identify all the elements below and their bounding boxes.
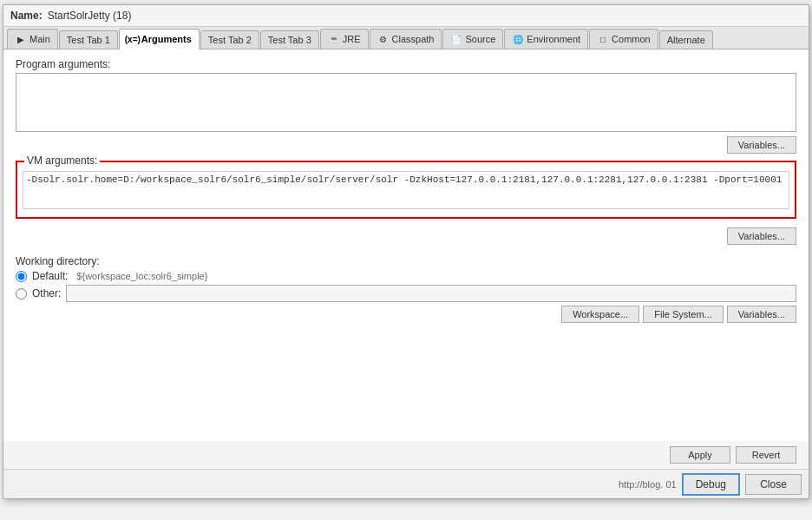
tab-classpath[interactable]: ⚙ Classpath bbox=[370, 29, 442, 49]
vm-args-label: VM arguments: bbox=[24, 155, 100, 167]
program-args-variables-button[interactable]: Variables... bbox=[727, 136, 796, 154]
debug-button[interactable]: Debug bbox=[682, 473, 740, 496]
other-label: Other: bbox=[32, 287, 61, 299]
close-button[interactable]: Close bbox=[745, 474, 802, 495]
tab-environment[interactable]: 🌐 Environment bbox=[504, 29, 588, 49]
name-value: StartSolrJetty (18) bbox=[48, 10, 132, 22]
default-label: Default: bbox=[32, 270, 68, 282]
program-args-wrapper bbox=[16, 73, 796, 135]
file-system-button[interactable]: File System... bbox=[643, 306, 724, 323]
apply-button[interactable]: Apply bbox=[670, 446, 730, 464]
tab-jre[interactable]: ☕ JRE bbox=[320, 29, 369, 49]
revert-button[interactable]: Revert bbox=[736, 446, 796, 464]
content-area: Program arguments: Variables... VM argum… bbox=[3, 49, 809, 441]
environment-icon: 🌐 bbox=[512, 33, 524, 45]
tab-test-tab-1[interactable]: Test Tab 1 bbox=[59, 30, 118, 49]
program-args-input[interactable] bbox=[16, 73, 796, 132]
other-input[interactable] bbox=[66, 285, 796, 302]
other-radio[interactable] bbox=[16, 288, 27, 299]
program-args-section: Program arguments: Variables... bbox=[16, 58, 796, 154]
tab-alternate[interactable]: Alternate bbox=[659, 30, 713, 49]
tab-main[interactable]: ▶ Main bbox=[7, 29, 58, 49]
default-radio-row: Default: ${workspace_loc:solr6_simple} bbox=[16, 270, 796, 282]
launch-config-dialog: Name: StartSolrJetty (18) ▶ Main Test Ta… bbox=[3, 4, 809, 499]
footer-text: http://blog. 01 bbox=[10, 479, 677, 490]
other-radio-row: Other: bbox=[16, 285, 796, 302]
working-dir-section: Working directory: Default: ${workspace_… bbox=[16, 255, 796, 323]
main-icon: ▶ bbox=[15, 33, 27, 45]
vm-args-btn-row: Variables... bbox=[16, 227, 796, 245]
default-value: ${workspace_loc:solr6_simple} bbox=[76, 271, 207, 281]
classpath-icon: ⚙ bbox=[377, 33, 390, 45]
working-dir-label: Working directory: bbox=[16, 255, 796, 267]
variables-button[interactable]: Variables... bbox=[727, 306, 796, 323]
vm-args-section: VM arguments: bbox=[16, 161, 796, 219]
program-args-btn-row: Variables... bbox=[16, 136, 796, 154]
workspace-buttons-row: Workspace... File System... Variables... bbox=[16, 306, 796, 323]
tab-arguments[interactable]: (x=) Arguments bbox=[119, 29, 200, 49]
jre-icon: ☕ bbox=[328, 33, 340, 45]
apply-revert-row: Apply Revert bbox=[3, 441, 809, 469]
tabs-bar: ▶ Main Test Tab 1 (x=) Arguments Test Ta… bbox=[3, 27, 809, 49]
default-radio[interactable] bbox=[16, 271, 27, 282]
tab-common[interactable]: □ Common bbox=[589, 29, 658, 49]
name-bar: Name: StartSolrJetty (18) bbox=[3, 5, 809, 27]
program-args-label: Program arguments: bbox=[16, 58, 796, 70]
tab-test-tab-2[interactable]: Test Tab 2 bbox=[200, 30, 259, 49]
common-icon: □ bbox=[597, 33, 609, 45]
vm-args-input[interactable] bbox=[23, 171, 789, 209]
vm-args-variables-button[interactable]: Variables... bbox=[727, 227, 796, 245]
workspace-button[interactable]: Workspace... bbox=[561, 306, 639, 323]
arguments-icon: (x=) bbox=[127, 33, 139, 45]
tab-source[interactable]: 📄 Source bbox=[442, 29, 503, 49]
footer-bar: http://blog. 01 Debug Close bbox=[3, 469, 809, 498]
tab-test-tab-3[interactable]: Test Tab 3 bbox=[260, 30, 319, 49]
name-label: Name: bbox=[10, 10, 43, 22]
source-icon: 📄 bbox=[450, 33, 462, 45]
